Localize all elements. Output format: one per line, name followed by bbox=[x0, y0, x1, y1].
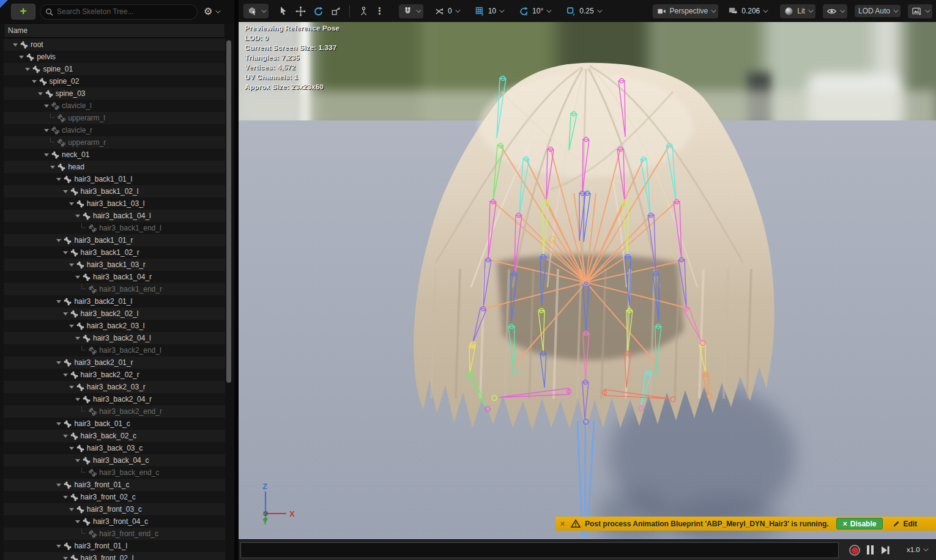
show-flags-dropdown[interactable] bbox=[823, 4, 847, 18]
tree-row-hair3_back_end_c[interactable]: hair3_back_end_c bbox=[4, 466, 225, 479]
step-forward-button[interactable] bbox=[880, 545, 890, 555]
tree-row-hair3_back1_04_l[interactable]: hair3_back1_04_l bbox=[4, 210, 225, 222]
viewport[interactable]: Previewing Reference Pose LOD: 0 Current… bbox=[239, 0, 936, 560]
tree-row-hair3_back1_03_l[interactable]: hair3_back1_03_l bbox=[4, 197, 225, 210]
tree-row-hair3_back1_04_r[interactable]: hair3_back1_04_r bbox=[4, 271, 225, 283]
column-header-name[interactable]: Name bbox=[4, 23, 225, 38]
add-bone-button[interactable]: + bbox=[11, 4, 35, 20]
expander-arrow-icon[interactable] bbox=[75, 520, 80, 523]
grid-snap-dropdown[interactable]: 10 bbox=[471, 4, 507, 18]
search-box[interactable] bbox=[40, 4, 198, 20]
tree-row-spine_01[interactable]: spine_01 bbox=[4, 63, 225, 75]
tree-row-clavicle_l[interactable]: clavicle_l bbox=[4, 100, 225, 112]
expander-arrow-icon[interactable] bbox=[69, 325, 74, 328]
expander-arrow-icon[interactable] bbox=[75, 459, 80, 462]
tree-row-hair3_back_01_c[interactable]: hair3_back_01_c bbox=[4, 418, 225, 430]
tree-row-spine_02[interactable]: spine_02 bbox=[4, 75, 225, 87]
expander-arrow-icon[interactable] bbox=[44, 105, 49, 108]
tree-row-hair3_back2_03_l[interactable]: hair3_back2_03_l bbox=[4, 320, 225, 332]
tree-row-hair3_front_01_c[interactable]: hair3_front_01_c bbox=[4, 479, 225, 491]
move-tool-button[interactable] bbox=[292, 4, 310, 18]
tree-row-hair3_back2_04_l[interactable]: hair3_back2_04_l bbox=[4, 332, 225, 344]
tree-row-hair3_back2_end_l[interactable]: hair3_back2_end_l bbox=[4, 344, 225, 356]
pause-button[interactable] bbox=[867, 545, 874, 554]
surface-snap-dropdown[interactable]: 0 bbox=[431, 4, 462, 18]
coordinate-system-button[interactable] bbox=[355, 4, 373, 18]
expander-arrow-icon[interactable] bbox=[32, 80, 37, 83]
panel-splitter[interactable] bbox=[234, 0, 239, 560]
expander-arrow-icon[interactable] bbox=[56, 545, 61, 548]
expander-arrow-icon[interactable] bbox=[63, 435, 68, 438]
tree-row-hair3_back1_03_r[interactable]: hair3_back1_03_r bbox=[4, 259, 225, 271]
expander-arrow-icon[interactable] bbox=[63, 374, 68, 377]
tree-row-hair3_back_02_c[interactable]: hair3_back_02_c bbox=[4, 430, 225, 442]
expander-arrow-icon[interactable] bbox=[44, 153, 49, 157]
lit-mode-dropdown[interactable]: Lit bbox=[780, 4, 815, 18]
lod-dropdown[interactable]: LOD Auto bbox=[855, 5, 901, 17]
tree-row-spine_03[interactable]: spine_03 bbox=[4, 87, 225, 100]
expander-arrow-icon[interactable] bbox=[63, 557, 68, 560]
timeline-scrubber[interactable] bbox=[240, 542, 839, 558]
tree-row-hair3_front_02_l[interactable]: hair3_front_02_l bbox=[4, 552, 225, 560]
expander-arrow-icon[interactable] bbox=[56, 361, 61, 364]
tree-row-hair3_front_end_c[interactable]: hair3_front_end_c bbox=[4, 528, 225, 540]
expander-arrow-icon[interactable] bbox=[63, 496, 68, 499]
tree-row-hair3_back2_02_r[interactable]: hair3_back2_02_r bbox=[4, 369, 225, 381]
expander-arrow-icon[interactable] bbox=[63, 190, 68, 193]
expander-arrow-icon[interactable] bbox=[56, 300, 61, 303]
expander-arrow-icon[interactable] bbox=[69, 447, 74, 450]
record-button[interactable] bbox=[849, 545, 860, 556]
tree-row-hair3_back1_01_l[interactable]: hair3_back1_01_l bbox=[4, 173, 225, 185]
scale-tool-button[interactable] bbox=[327, 4, 344, 18]
tree-row-hair3_back1_end_r[interactable]: hair3_back1_end_r bbox=[4, 283, 225, 295]
tree-row-neck_01[interactable]: neck_01 bbox=[4, 149, 225, 161]
expander-arrow-icon[interactable] bbox=[56, 484, 61, 487]
tree-row-upperarm_l[interactable]: upperarm_l bbox=[4, 112, 225, 124]
expander-arrow-icon[interactable] bbox=[69, 263, 74, 267]
tree-row-hair3_back2_01_r[interactable]: hair3_back2_01_r bbox=[4, 356, 225, 369]
perspective-dropdown[interactable]: Perspective bbox=[653, 4, 719, 18]
tree-row-hair3_back2_03_r[interactable]: hair3_back2_03_r bbox=[4, 381, 225, 393]
tree-row-hair3_front_04_c[interactable]: hair3_front_04_c bbox=[4, 515, 225, 528]
tree-row-head[interactable]: head bbox=[4, 161, 225, 173]
playback-speed-dropdown[interactable]: x1.0 bbox=[907, 546, 927, 553]
scale-snap-dropdown[interactable]: 0.25 bbox=[562, 4, 604, 18]
tree-row-hair3_back2_02_l[interactable]: hair3_back2_02_l bbox=[4, 308, 225, 320]
expander-arrow-icon[interactable] bbox=[69, 386, 74, 389]
expander-arrow-icon[interactable] bbox=[56, 178, 61, 181]
expander-arrow-icon[interactable] bbox=[75, 337, 80, 340]
tree-row-hair3_back1_01_r[interactable]: hair3_back1_01_r bbox=[4, 234, 225, 246]
tree-row-hair3_back_04_c[interactable]: hair3_back_04_c bbox=[4, 454, 225, 466]
tree-row-root[interactable]: root bbox=[4, 39, 225, 51]
transform-options-menu[interactable]: ⋮ bbox=[375, 6, 384, 17]
screenshot-dropdown[interactable] bbox=[908, 4, 932, 18]
expander-arrow-icon[interactable] bbox=[38, 92, 43, 95]
expander-arrow-icon[interactable] bbox=[69, 508, 74, 511]
expander-arrow-icon[interactable] bbox=[25, 68, 30, 71]
expander-arrow-icon[interactable] bbox=[75, 398, 80, 401]
expander-arrow-icon[interactable] bbox=[19, 56, 24, 59]
tree-row-hair3_back2_04_r[interactable]: hair3_back2_04_r bbox=[4, 393, 225, 405]
rotation-snap-dropdown[interactable]: 10° bbox=[515, 4, 554, 18]
tree-row-pelvis[interactable]: pelvis bbox=[4, 51, 225, 63]
expander-arrow-icon[interactable] bbox=[13, 43, 18, 46]
snap-magnet-dropdown[interactable] bbox=[399, 4, 423, 18]
tree-scrollbar[interactable] bbox=[226, 40, 231, 383]
warning-close-button[interactable]: × bbox=[560, 520, 565, 528]
tree-row-hair3_back2_01_l[interactable]: hair3_back2_01_l bbox=[4, 295, 225, 308]
expander-arrow-icon[interactable] bbox=[56, 239, 61, 242]
expander-arrow-icon[interactable] bbox=[69, 202, 74, 205]
search-input[interactable] bbox=[57, 7, 192, 16]
tree-options-button[interactable]: ⚙ bbox=[204, 7, 219, 17]
selection-mode-dropdown[interactable] bbox=[243, 4, 269, 18]
tree-row-hair3_front_03_c[interactable]: hair3_front_03_c bbox=[4, 503, 225, 515]
tree-row-hair3_back1_02_l[interactable]: hair3_back1_02_l bbox=[4, 185, 225, 197]
tree-row-hair3_back1_02_r[interactable]: hair3_back1_02_r bbox=[4, 246, 225, 259]
expander-arrow-icon[interactable] bbox=[56, 422, 61, 426]
tree-row-clavicle_r[interactable]: clavicle_r bbox=[4, 124, 225, 136]
expander-arrow-icon[interactable] bbox=[75, 215, 80, 218]
expander-arrow-icon[interactable] bbox=[63, 251, 68, 254]
expander-arrow-icon[interactable] bbox=[63, 312, 68, 315]
edit-button[interactable]: Edit bbox=[893, 520, 917, 528]
rotate-tool-button[interactable] bbox=[310, 4, 327, 18]
